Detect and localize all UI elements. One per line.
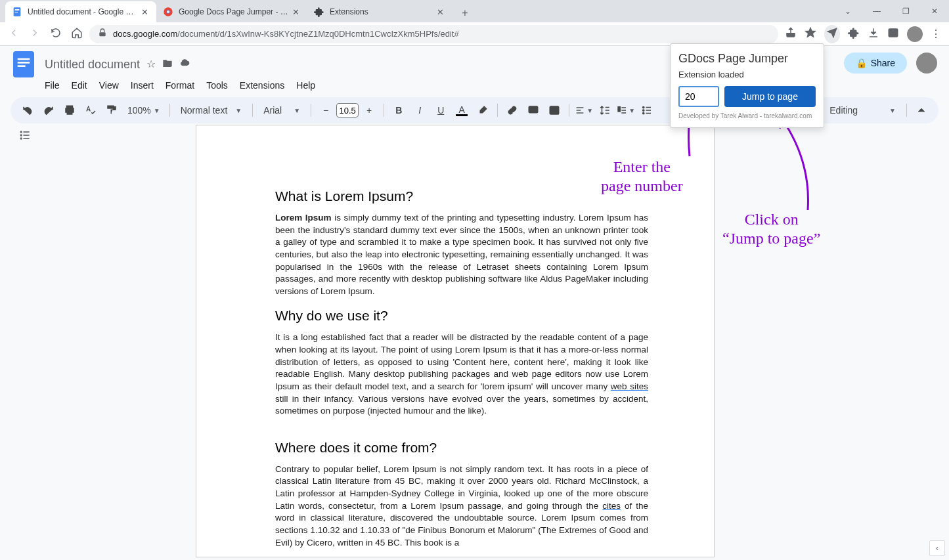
move-doc-icon[interactable] <box>162 58 173 71</box>
tab-title: Google Docs Page Jumper - Chrome <box>179 7 290 16</box>
link-icon[interactable] <box>503 101 521 119</box>
align-icon[interactable]: ▼ <box>575 101 593 119</box>
svg-point-30 <box>643 112 644 114</box>
browser-tab[interactable]: Google Docs Page Jumper - Chrome ✕ <box>156 1 307 22</box>
star-icon[interactable] <box>805 27 816 41</box>
svg-rect-24 <box>618 107 620 109</box>
svg-rect-8 <box>889 29 898 37</box>
font-size-input[interactable] <box>336 103 359 118</box>
menu-tools[interactable]: Tools <box>206 80 228 91</box>
browser-tab-active[interactable]: Untitled document - Google Docs ✕ <box>5 1 156 22</box>
tab-title: Extensions <box>330 7 435 16</box>
font-size-increase[interactable]: + <box>360 101 378 119</box>
svg-rect-11 <box>18 58 30 60</box>
italic-icon[interactable]: I <box>410 101 429 119</box>
menu-help[interactable]: Help <box>296 80 315 91</box>
popup-title: GDocs Page Jumper <box>678 52 816 66</box>
menu-file[interactable]: File <box>45 80 60 91</box>
menu-format[interactable]: Format <box>166 80 194 91</box>
svg-rect-3 <box>15 12 18 12</box>
svg-rect-25 <box>618 110 620 112</box>
tab-title: Untitled document - Google Docs <box>28 7 139 16</box>
paragraph-style-select[interactable]: Normal text▼ <box>175 105 247 116</box>
line-spacing-icon[interactable] <box>596 101 614 119</box>
bold-icon[interactable]: B <box>389 101 408 119</box>
extensions-icon[interactable] <box>848 27 860 41</box>
text-color-icon[interactable]: A <box>452 101 471 119</box>
explore-icon[interactable]: ‹ <box>929 540 945 556</box>
star-doc-icon[interactable]: ☆ <box>146 58 156 71</box>
svg-point-32 <box>20 131 22 133</box>
paint-format-icon[interactable] <box>102 101 121 119</box>
kebab-menu-icon[interactable]: ⋮ <box>931 28 941 40</box>
zoom-select[interactable]: 100%▼ <box>123 105 164 116</box>
profile-avatar-icon[interactable] <box>907 26 923 42</box>
menu-extensions[interactable]: Extensions <box>240 80 284 91</box>
bullet-list-icon[interactable] <box>638 101 656 119</box>
annotation-enter-page: Enter thepage number <box>601 158 683 196</box>
font-select[interactable]: Arial▼ <box>258 105 305 116</box>
collapse-toolbar-icon[interactable] <box>912 101 931 119</box>
url-path: /document/d/1sXwInw-Ks8KYcjtneZ1Mzq0DHcm… <box>177 29 458 39</box>
reload-icon[interactable] <box>50 27 62 41</box>
print-icon[interactable] <box>60 101 79 119</box>
chevron-down-icon[interactable]: ⌄ <box>833 1 862 21</box>
menu-insert[interactable]: Insert <box>131 80 154 91</box>
comment-icon[interactable] <box>524 101 542 119</box>
svg-point-6 <box>167 11 169 13</box>
tab-close-icon[interactable]: ✕ <box>290 7 301 17</box>
svg-rect-18 <box>529 106 538 113</box>
home-icon[interactable] <box>71 27 83 41</box>
annotation-click-jump: Click on“Jump to page” <box>722 210 820 248</box>
highlight-icon[interactable] <box>474 101 492 119</box>
svg-point-34 <box>20 135 22 136</box>
send-icon[interactable] <box>824 25 840 43</box>
svg-rect-16 <box>67 112 72 115</box>
lock-icon: 🔒 <box>856 58 867 68</box>
svg-rect-7 <box>99 32 105 36</box>
svg-rect-12 <box>18 62 30 64</box>
underline-icon[interactable]: U <box>431 101 450 119</box>
close-window-icon[interactable]: ✕ <box>920 1 949 21</box>
menu-edit[interactable]: Edit <box>72 80 87 91</box>
image-icon[interactable] <box>545 101 563 119</box>
svg-rect-1 <box>15 9 20 10</box>
redo-icon[interactable] <box>39 101 58 119</box>
chrome-favicon <box>163 7 173 17</box>
document-title[interactable]: Untitled document <box>45 58 140 72</box>
heading: What is Lorem Ipsum? <box>275 188 648 204</box>
account-avatar[interactable] <box>916 53 937 74</box>
docs-logo-icon[interactable] <box>11 51 37 77</box>
share-page-icon[interactable] <box>785 27 797 41</box>
spellcheck-icon[interactable] <box>81 101 100 119</box>
font-size-decrease[interactable]: − <box>317 101 335 119</box>
paragraph: Contrary to popular belief, Lorem Ipsum … <box>275 463 648 549</box>
back-icon[interactable] <box>8 27 20 41</box>
jump-to-page-button[interactable]: Jump to page <box>724 86 816 107</box>
tab-close-icon[interactable]: ✕ <box>435 7 445 17</box>
forward-icon[interactable] <box>29 27 41 41</box>
editing-mode-select[interactable]: Editing▼ <box>824 105 901 116</box>
svg-point-28 <box>643 110 644 111</box>
browser-tab[interactable]: Extensions ✕ <box>307 1 452 22</box>
sidepanel-icon[interactable] <box>887 27 899 41</box>
menu-view[interactable]: View <box>99 80 119 91</box>
page-number-input[interactable] <box>678 86 719 107</box>
svg-point-26 <box>643 106 644 108</box>
url-input[interactable]: docs.google.com/document/d/1sXwInw-Ks8KY… <box>89 25 778 43</box>
share-button[interactable]: 🔒 Share <box>844 53 907 74</box>
arrow-icon <box>772 115 818 213</box>
checklist-icon[interactable]: ▼ <box>617 101 635 119</box>
svg-rect-2 <box>15 11 20 11</box>
url-domain: docs.google.com <box>113 29 177 39</box>
download-icon[interactable] <box>868 27 879 41</box>
undo-icon[interactable] <box>18 101 37 119</box>
cloud-status-icon[interactable] <box>179 58 190 71</box>
svg-rect-10 <box>13 51 34 77</box>
tab-close-icon[interactable]: ✕ <box>139 7 150 17</box>
show-outline-icon[interactable] <box>18 129 32 145</box>
maximize-icon[interactable]: ❐ <box>891 1 920 21</box>
minimize-icon[interactable]: — <box>862 1 891 21</box>
popup-subtitle: Extension loaded <box>678 70 816 79</box>
new-tab-button[interactable]: + <box>456 4 474 22</box>
